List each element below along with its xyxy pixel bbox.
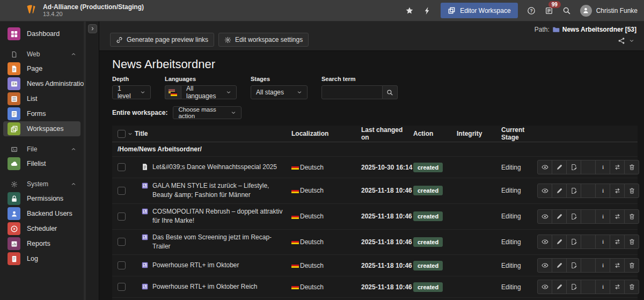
row-checkbox[interactable]	[118, 163, 126, 171]
search-icon	[562, 6, 571, 15]
discard-button[interactable]	[624, 160, 639, 174]
preview-button[interactable]	[537, 160, 552, 174]
sidebar-item-scheduler[interactable]: Scheduler	[3, 221, 80, 236]
blank-button[interactable]	[581, 209, 596, 224]
preview-button[interactable]	[537, 258, 552, 273]
sidebar-section-web[interactable]: Web	[3, 48, 80, 60]
open-version-button[interactable]	[566, 184, 581, 198]
languages-filter: Languages All languages	[165, 76, 237, 99]
send-to-stage-button[interactable]	[610, 235, 625, 249]
info-button[interactable]: i	[595, 235, 610, 249]
open-version-button[interactable]	[566, 160, 581, 174]
sidebar-item-filelist[interactable]: Filelist	[3, 156, 80, 171]
send-to-stage-button[interactable]	[610, 280, 625, 294]
open-version-button[interactable]	[566, 235, 581, 249]
edit-button[interactable]	[552, 209, 567, 224]
edit-button[interactable]	[552, 184, 567, 198]
sidebar-item-workspaces[interactable]: Workspaces	[3, 121, 80, 136]
info-button[interactable]: i	[595, 258, 610, 273]
sidebar-item-news-administration[interactable]: News Administration	[3, 76, 80, 91]
edit-button[interactable]	[552, 235, 567, 249]
blank-button[interactable]	[581, 258, 596, 273]
search-input[interactable]	[321, 85, 383, 99]
swap-icon	[614, 262, 621, 269]
help-button[interactable]: ?	[527, 6, 536, 15]
app-grid-button[interactable]	[3, 0, 20, 21]
info-button[interactable]: i	[595, 209, 610, 224]
send-to-stage-button[interactable]	[610, 209, 625, 224]
info-button[interactable]: i	[595, 184, 610, 198]
sidebar-item-dashboard[interactable]: Dashboard	[3, 26, 80, 41]
svg-text:i: i	[602, 164, 604, 170]
row-checkbox[interactable]	[118, 213, 126, 221]
open-version-button[interactable]	[566, 280, 581, 294]
row-checkbox[interactable]	[118, 187, 126, 195]
stages-select[interactable]: All stages	[251, 85, 308, 99]
page-record-icon	[141, 163, 149, 171]
share-dropdown-button[interactable]	[614, 35, 638, 47]
open-version-button[interactable]	[566, 258, 581, 273]
row-checkbox[interactable]	[118, 283, 126, 291]
preview-button[interactable]	[537, 235, 552, 249]
sidebar-item-log[interactable]: Log	[3, 251, 80, 266]
trash-icon	[628, 213, 635, 220]
user-menu[interactable]: Christin Funke	[580, 5, 638, 17]
blank-button[interactable]	[581, 280, 596, 294]
opendocs-button[interactable]: 99	[545, 6, 553, 15]
edit-workspace-settings-button[interactable]: Edit workspace settings	[218, 33, 309, 47]
sidebar-item-backend-users[interactable]: Backend Users	[3, 206, 80, 221]
preview-button[interactable]	[537, 280, 552, 294]
sidebar-item-list[interactable]: List	[3, 91, 80, 106]
language-flags-icon	[165, 85, 181, 99]
sidebar-item-permissions[interactable]: Permissions	[3, 191, 80, 206]
languages-select[interactable]: All languages	[181, 85, 237, 99]
workspace-switch-button[interactable]: Editor Workspace	[441, 3, 517, 18]
info-button[interactable]: i	[595, 160, 610, 174]
generate-preview-links-button[interactable]: Generate page preview links	[110, 33, 214, 47]
discard-button[interactable]	[624, 235, 639, 249]
sidebar-section-system[interactable]: System	[3, 178, 80, 190]
action-badge: created	[413, 261, 443, 270]
docedit-icon	[570, 187, 577, 194]
search-toolbar-button[interactable]	[562, 6, 571, 15]
preview-button[interactable]	[537, 184, 552, 198]
edit-button[interactable]	[552, 258, 567, 273]
edit-button[interactable]	[552, 280, 567, 294]
preview-button[interactable]	[537, 209, 552, 224]
sidebar-item-reports[interactable]: Reports	[3, 236, 80, 251]
chevron-down-icon[interactable]	[128, 131, 133, 136]
select-all-checkbox[interactable]	[118, 130, 126, 138]
info-button[interactable]: i	[595, 280, 610, 294]
favorites-button[interactable]	[405, 6, 414, 15]
breadcrumb: Path: News Arbeitsordner [53]	[535, 26, 636, 33]
depth-select[interactable]: 1 level	[112, 85, 151, 99]
row-action-group: i	[537, 235, 639, 249]
search-button[interactable]	[383, 85, 398, 99]
filter-bar: Depth 1 level Languages All languages	[112, 76, 638, 99]
table-row: Powerhouse RTL+ im Oktober ReichDeutsch2…	[112, 276, 638, 298]
discard-button[interactable]	[624, 209, 639, 224]
mass-action-select[interactable]: Choose mass action	[173, 106, 241, 119]
pagetree-expand-button[interactable]	[88, 24, 97, 33]
discard-button[interactable]	[624, 280, 639, 294]
blank-button[interactable]	[581, 235, 596, 249]
row-checkbox[interactable]	[118, 261, 126, 269]
open-version-button[interactable]	[566, 209, 581, 224]
discard-button[interactable]	[624, 184, 639, 198]
row-checkbox[interactable]	[118, 238, 126, 246]
sidebar-item-page[interactable]: Page	[3, 61, 80, 76]
row-action-group: i	[537, 258, 639, 273]
blank-button[interactable]	[581, 160, 596, 174]
discard-button[interactable]	[624, 258, 639, 273]
stages-label: Stages	[251, 76, 308, 82]
edit-button[interactable]	[552, 160, 567, 174]
send-to-stage-button[interactable]	[610, 258, 625, 273]
cache-flush-button[interactable]	[423, 6, 431, 15]
sidebar-item-label: System	[27, 180, 48, 188]
send-to-stage-button[interactable]	[610, 184, 625, 198]
news-icon	[8, 77, 20, 90]
sidebar-section-file[interactable]: File	[3, 143, 80, 155]
send-to-stage-button[interactable]	[610, 160, 625, 174]
blank-button[interactable]	[581, 184, 596, 198]
sidebar-item-forms[interactable]: Forms	[3, 106, 80, 121]
